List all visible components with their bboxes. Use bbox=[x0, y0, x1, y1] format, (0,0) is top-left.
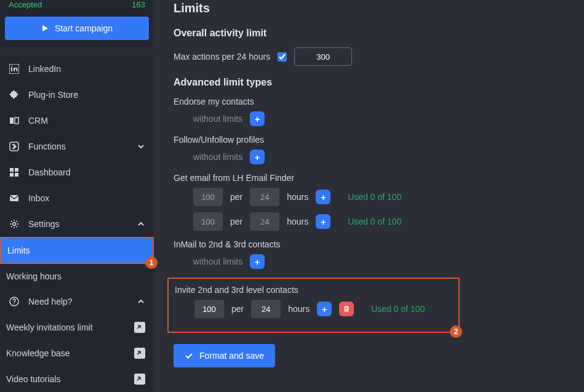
limit-count-input[interactable] bbox=[194, 300, 224, 318]
add-limit-button[interactable]: + bbox=[317, 302, 332, 316]
sidebar-item-label: Need help? bbox=[28, 297, 73, 306]
svg-point-11 bbox=[13, 223, 16, 226]
external-link-icon bbox=[134, 374, 145, 385]
sidebar-item-need-help[interactable]: Need help? bbox=[0, 289, 154, 314]
sidebar-sub-weekly-invitations[interactable]: Weekly invitations limit bbox=[0, 314, 154, 340]
accepted-stat: Accepted 163 bbox=[0, 0, 154, 13]
max-actions-toggle[interactable] bbox=[278, 52, 287, 62]
sidebar-item-crm[interactable]: CRM bbox=[0, 108, 154, 134]
add-limit-button[interactable]: + bbox=[316, 190, 330, 204]
add-limit-button[interactable]: + bbox=[316, 214, 330, 229]
play-icon bbox=[41, 25, 49, 32]
sidebar-sub-knowledge-base[interactable]: Knowledge base bbox=[0, 340, 154, 366]
sidebar-item-linkedin[interactable]: LinkedIn bbox=[0, 56, 154, 82]
per-label: per bbox=[231, 304, 244, 314]
svg-rect-3 bbox=[10, 118, 14, 124]
per-label: per bbox=[230, 192, 242, 202]
sidebar-sub-video-tutorials[interactable]: Video tutorials bbox=[0, 366, 154, 392]
sidebar-item-plugin-store[interactable]: Plug-in Store bbox=[0, 82, 154, 108]
external-link-icon bbox=[134, 348, 145, 359]
limit-count-input bbox=[193, 188, 223, 206]
sidebar-sub-limits[interactable]: Limits bbox=[0, 237, 154, 264]
limit-group-endorse: Endorse my contacts without limits + bbox=[174, 97, 584, 126]
svg-point-13 bbox=[14, 303, 15, 305]
limit-hours-input bbox=[250, 212, 279, 231]
sidebar-sub-label: Knowledge base bbox=[6, 348, 70, 358]
format-save-button[interactable]: Format and save bbox=[174, 344, 275, 367]
start-campaign-label: Start campaign bbox=[55, 23, 113, 33]
delete-limit-button[interactable] bbox=[339, 302, 354, 316]
used-text: Used 0 of 100 bbox=[371, 304, 425, 314]
sidebar-sub-label: Working hours bbox=[6, 271, 62, 281]
chevron-down-icon bbox=[137, 142, 145, 151]
svg-rect-1 bbox=[11, 68, 12, 71]
functions-icon bbox=[9, 141, 20, 152]
svg-rect-9 bbox=[15, 173, 18, 177]
svg-rect-7 bbox=[15, 168, 18, 172]
svg-rect-6 bbox=[10, 168, 14, 172]
sidebar-item-functions[interactable]: Functions bbox=[0, 134, 154, 159]
crm-icon bbox=[9, 115, 20, 126]
save-label: Format and save bbox=[199, 351, 264, 361]
max-actions-input[interactable] bbox=[294, 47, 352, 66]
limit-hours-input[interactable] bbox=[251, 300, 281, 318]
limit-group-invite: Invite 2nd and 3rd level contacts per ho… bbox=[167, 278, 460, 333]
sidebar-sub-label: Limits bbox=[7, 246, 30, 255]
sidebar-item-label: CRM bbox=[28, 116, 48, 126]
per-label: per bbox=[230, 217, 242, 226]
advanced-heading: Advanced limit types bbox=[174, 77, 584, 88]
hours-label: hours bbox=[288, 304, 310, 314]
max-actions-label: Max actions per 24 hours bbox=[174, 52, 270, 62]
limit-group-get-email: Get email from LH Email Finder per hours… bbox=[174, 173, 584, 231]
sidebar-sub-working-hours[interactable]: Working hours bbox=[0, 264, 154, 289]
overall-heading: Overall activity limit bbox=[174, 28, 584, 39]
sidebar: Accepted 163 Start campaign LinkedIn Plu… bbox=[0, 0, 154, 392]
gear-icon bbox=[9, 218, 20, 230]
hours-label: hours bbox=[287, 217, 308, 226]
sidebar-item-label: Functions bbox=[28, 142, 66, 151]
svg-point-2 bbox=[11, 66, 12, 67]
chevron-up-icon bbox=[137, 220, 145, 228]
sidebar-item-label: Settings bbox=[28, 219, 60, 229]
linkedin-icon bbox=[9, 63, 20, 74]
main-content: Limits Overall activity limit Max action… bbox=[154, 0, 584, 392]
add-limit-button[interactable]: + bbox=[250, 111, 265, 126]
help-icon bbox=[9, 296, 20, 307]
sidebar-sub-label: Video tutorials bbox=[6, 374, 60, 384]
limit-label: Endorse my contacts bbox=[174, 97, 584, 106]
sidebar-item-inbox[interactable]: Inbox bbox=[0, 185, 154, 211]
accepted-label: Accepted bbox=[9, 0, 42, 9]
sidebar-item-label: Plug-in Store bbox=[28, 90, 78, 100]
page-title: Limits bbox=[174, 1, 584, 15]
limit-label: Get email from LH Email Finder bbox=[174, 173, 584, 183]
limit-hours-input bbox=[250, 188, 279, 206]
trash-icon bbox=[343, 305, 350, 313]
limit-group-follow: Follow/Unfollow profiles without limits … bbox=[174, 135, 584, 164]
limit-group-inmail: InMail to 2nd & 3rd contacts without lim… bbox=[174, 239, 584, 269]
without-limits-text: without limits bbox=[193, 257, 242, 266]
add-limit-button[interactable]: + bbox=[250, 254, 265, 269]
limit-count-input bbox=[193, 212, 223, 231]
mail-icon bbox=[9, 193, 20, 204]
sidebar-item-label: Inbox bbox=[28, 193, 49, 203]
sidebar-sub-label: Weekly invitations limit bbox=[6, 322, 93, 332]
sidebar-item-label: LinkedIn bbox=[28, 64, 61, 74]
dashboard-icon bbox=[9, 167, 20, 178]
sidebar-item-settings[interactable]: Settings bbox=[0, 211, 154, 237]
used-text: Used 0 of 100 bbox=[348, 192, 401, 202]
limit-label: Follow/Unfollow profiles bbox=[174, 135, 584, 145]
sidebar-item-label: Dashboard bbox=[28, 167, 71, 177]
puzzle-icon bbox=[9, 89, 20, 100]
without-limits-text: without limits bbox=[193, 152, 242, 162]
without-limits-text: without limits bbox=[193, 114, 242, 124]
start-campaign-button[interactable]: Start campaign bbox=[5, 17, 149, 40]
sidebar-item-dashboard[interactable]: Dashboard bbox=[0, 159, 154, 185]
limit-label: Invite 2nd and 3rd level contacts bbox=[169, 285, 451, 295]
external-link-icon bbox=[134, 322, 145, 333]
accepted-count: 163 bbox=[132, 0, 145, 9]
chevron-up-icon bbox=[137, 297, 145, 306]
add-limit-button[interactable]: + bbox=[250, 150, 265, 164]
used-text: Used 0 of 100 bbox=[348, 217, 401, 226]
svg-rect-10 bbox=[10, 195, 18, 201]
svg-rect-4 bbox=[15, 118, 18, 124]
